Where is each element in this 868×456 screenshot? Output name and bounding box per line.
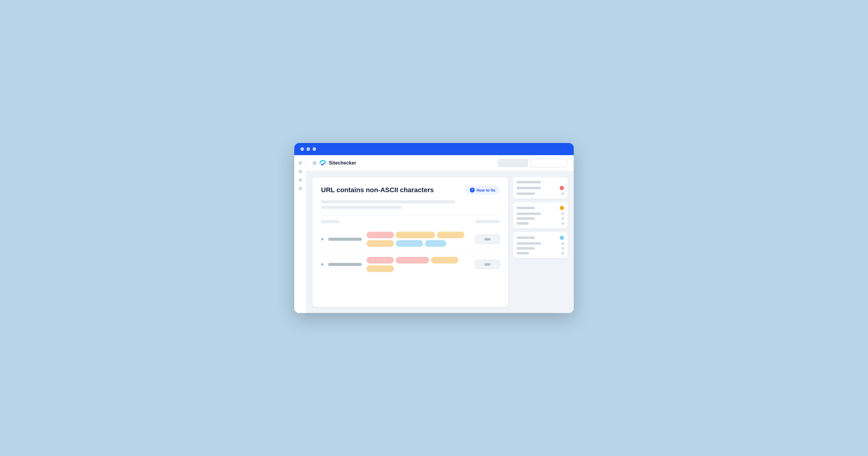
logo-text: Sitechecker [329,160,356,166]
table-section [321,227,500,277]
skeleton-line-2 [321,206,402,209]
table-header-1 [321,220,339,223]
tag-orange-4 [431,257,458,263]
tag-pink-2 [367,257,394,263]
card-header: URL contains non-ASCII characters ? How … [321,186,500,194]
action-button-2[interactable] [475,260,500,269]
how-to-fix-label: How to fix [476,188,495,193]
panel-dot-orange [560,206,564,210]
action-button-1[interactable] [475,235,500,244]
tag-blue-2 [425,240,446,247]
tag-blue-1 [396,240,423,247]
panel-dot-small-2 [562,213,564,215]
header-button-2[interactable] [531,159,568,167]
panel-row-3-4 [517,252,564,254]
tag-pink-3 [396,257,429,263]
panel-row-2-4 [517,222,564,225]
traffic-light-1 [300,147,304,151]
sidebar-nav-item-3[interactable] [299,178,302,182]
browser-content: Sitechecker URL contains non-ASCII chara… [294,155,574,313]
panel-dot-blue [560,236,564,240]
panel-section-2 [513,202,568,228]
tags-area-1 [367,232,470,247]
panel-label-2-4 [517,222,529,225]
action-btn-dot-2 [485,263,491,266]
panel-dot-small-3 [562,217,564,220]
sidebar-nav-item-1[interactable] [299,161,302,165]
panel-dot-small-7 [562,252,564,254]
sidebar-nav-item-2[interactable] [299,170,302,173]
panel-row-3-3 [517,247,564,250]
divider-1 [321,215,500,215]
panel-label-2-1 [517,207,535,209]
how-to-fix-button[interactable]: ? How to fix [466,186,500,194]
row-indicator-1 [321,238,323,240]
main-card: URL contains non-ASCII characters ? How … [312,177,508,307]
row-indicator-2 [321,263,323,266]
panel-row-1-3 [517,193,564,195]
browser-window: Sitechecker URL contains non-ASCII chara… [294,143,574,313]
table-row-2 [321,252,500,277]
panel-label-2-2 [517,213,541,215]
panel-label-1-3 [517,193,535,195]
panel-row-2-2 [517,213,564,215]
sidebar-nav-item-4[interactable] [299,187,302,190]
tag-orange-3 [367,240,394,247]
tag-orange-1 [396,232,435,238]
panel-label-3-2 [517,242,541,245]
panel-dot-small-4 [562,222,564,225]
header-button-1[interactable] [498,159,528,167]
panel-label-3-1 [517,236,535,239]
sidebar-nav [294,155,306,313]
header-bar: Sitechecker [306,155,574,171]
panel-row-1-2 [517,186,564,190]
how-to-fix-icon: ? [470,188,475,193]
right-panel [513,177,568,307]
traffic-light-3 [312,147,316,151]
table-row [321,227,500,252]
skeleton-line-1 [321,200,455,203]
panel-section-3 [513,232,568,258]
action-btn-dot-1 [485,238,491,240]
panel-label-1-2 [517,187,541,189]
logo-circle [312,161,317,165]
table-header-2 [475,220,500,223]
row-label-2 [328,263,362,266]
logo-icon [319,160,327,166]
panel-section-1 [513,177,568,199]
panel-dot-small-6 [562,247,564,250]
panel-row-2-1 [517,206,564,210]
tag-orange-2 [437,232,464,238]
panel-label-3-4 [517,252,529,254]
browser-titlebar [294,143,574,155]
panel-row-3-2 [517,242,564,245]
card-title: URL contains non-ASCII characters [321,186,434,194]
row-label-1 [328,238,362,241]
panel-dot-small-1 [562,193,564,195]
panel-row-1-1 [517,181,564,183]
traffic-light-2 [306,147,310,151]
panel-dot-red [560,186,564,190]
panel-row-2-3 [517,217,564,220]
panel-label-2-3 [517,217,535,220]
panel-row-3-1 [517,236,564,240]
tag-orange-5 [367,265,394,272]
logo-area: Sitechecker [312,160,356,166]
panel-label-3-3 [517,247,535,250]
main-area: Sitechecker URL contains non-ASCII chara… [306,155,574,313]
panel-dot-small-5 [562,242,564,245]
tags-area-2 [367,257,470,272]
panel-label-1-1 [517,181,541,183]
tag-pink-1 [367,232,394,238]
header-buttons [498,159,568,167]
content-wrapper: URL contains non-ASCII characters ? How … [306,171,574,313]
